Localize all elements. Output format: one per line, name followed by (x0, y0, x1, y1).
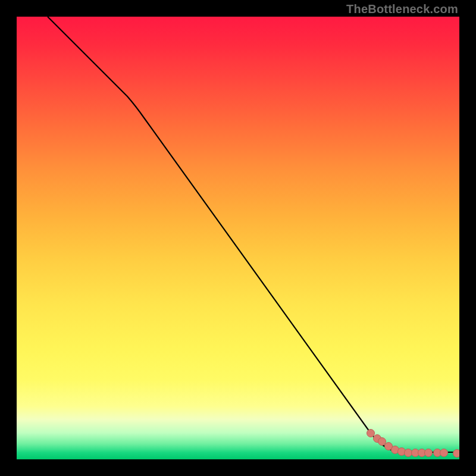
chart-container: TheBottleneck.com (0, 0, 476, 476)
bottleneck-curve-line (48, 17, 459, 452)
marker-dot (425, 449, 433, 457)
marker-dot (440, 449, 448, 457)
plot-area (17, 17, 459, 459)
chart-svg (17, 17, 459, 459)
marker-dot (378, 438, 386, 446)
sweet-spot-markers (367, 430, 460, 458)
marker-dot (453, 450, 460, 458)
marker-dot (405, 449, 412, 457)
attribution-watermark: TheBottleneck.com (346, 2, 458, 16)
marker-dot (367, 430, 375, 437)
